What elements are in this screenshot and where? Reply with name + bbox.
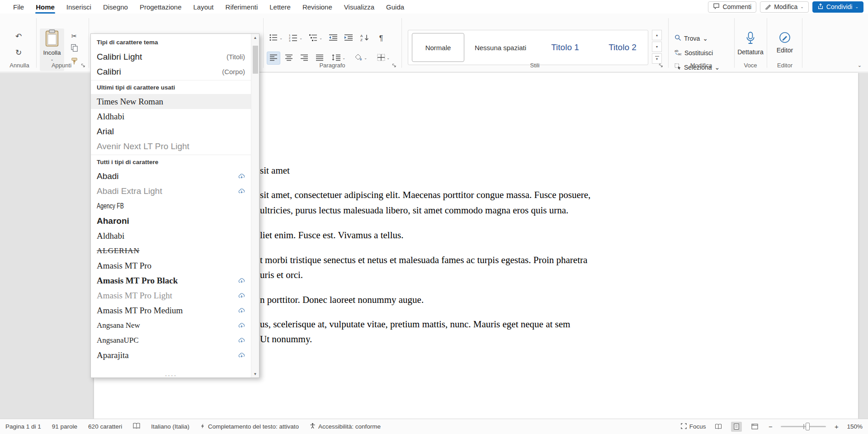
- document-text-line[interactable]: n porttitor. Donec laoreet nonummy augue…: [260, 294, 424, 306]
- accessibility-status[interactable]: Accessibilità: conforme: [310, 423, 381, 430]
- collapse-ribbon-button[interactable]: ⌄: [858, 62, 862, 68]
- share-button[interactable]: Condividi ⌄: [812, 1, 863, 13]
- read-mode-button[interactable]: [713, 422, 724, 432]
- text-predictions-status[interactable]: Completamento del testo: attivato: [200, 423, 299, 430]
- font-option-amasis-mt-pro[interactable]: Amasis MT Pro: [91, 258, 251, 273]
- multilevel-list-button[interactable]: ⌄: [307, 32, 325, 45]
- tab-lettere[interactable]: Lettere: [264, 0, 297, 14]
- zoom-slider-thumb[interactable]: [806, 423, 810, 430]
- font-option-abadi[interactable]: Abadi: [91, 169, 251, 184]
- tab-riferimenti[interactable]: Riferimenti: [220, 0, 264, 14]
- font-list: Tipi di carattere tema Calibri Light(Tit…: [91, 34, 251, 377]
- word-count[interactable]: 91 parole: [52, 423, 77, 430]
- font-option-arial[interactable]: Arial: [91, 124, 251, 139]
- paragraph-dialog-launcher[interactable]: [392, 62, 397, 68]
- cloud-download-icon: [238, 292, 245, 299]
- bullet-list-button[interactable]: ⌄: [267, 32, 285, 45]
- font-option-agency-fb[interactable]: Agency FB: [91, 198, 251, 213]
- print-layout-button[interactable]: [731, 422, 742, 432]
- scroll-up-icon[interactable]: ▲: [251, 34, 259, 41]
- font-option-aparajita[interactable]: Aparajita: [91, 348, 251, 363]
- zoom-level[interactable]: 150%: [847, 423, 863, 430]
- document-text-line[interactable]: liet enim. Fusce est. Vivamus a tellus.: [260, 230, 403, 241]
- tab-file[interactable]: File: [7, 0, 30, 14]
- undo-button[interactable]: ↶: [11, 30, 26, 43]
- font-tag: (Titoli): [226, 53, 245, 61]
- font-option-amasis-mt-pro-medium[interactable]: Amasis MT Pro Medium: [91, 303, 251, 318]
- scrollbar-thumb[interactable]: [253, 46, 258, 74]
- share-icon: [817, 3, 824, 11]
- language-button[interactable]: Italiano (Italia): [151, 423, 189, 430]
- increase-indent-button[interactable]: [342, 32, 355, 45]
- font-option-aldhabi[interactable]: Aldhabi: [91, 109, 251, 124]
- dictate-button[interactable]: Dettatura: [735, 32, 766, 56]
- font-list-scrollbar[interactable]: ▲ ▼: [251, 34, 259, 377]
- chevron-down-icon: ⌄: [800, 5, 804, 9]
- tab-disegno[interactable]: Disegno: [97, 0, 134, 14]
- document-text-line[interactable]: Ut nonummy.: [260, 334, 312, 345]
- tab-home[interactable]: Home: [30, 0, 61, 14]
- font-option-aldhabi-2[interactable]: Aldhabi: [91, 228, 251, 243]
- page-indicator[interactable]: Pagina 1 di 1: [5, 423, 41, 430]
- font-option-calibri[interactable]: Calibri(Corpo): [91, 64, 251, 79]
- word-window: File Home Inserisci Disegno Progettazion…: [0, 0, 868, 434]
- tab-revisione[interactable]: Revisione: [297, 0, 338, 14]
- chevron-down-icon: ⌄: [319, 36, 322, 40]
- font-option-angsanaupc[interactable]: AngsanaUPC: [91, 333, 251, 348]
- chevron-down-icon: ⌄: [50, 57, 54, 61]
- font-option-angsana-new[interactable]: Angsana New: [91, 318, 251, 333]
- font-option-avenir-next[interactable]: Avenir Next LT Pro Light: [91, 139, 251, 154]
- focus-icon: [681, 423, 687, 430]
- document-text-line[interactable]: t morbi tristique senectus et netus et m…: [260, 255, 587, 266]
- zoom-in-button[interactable]: +: [833, 423, 840, 430]
- style-titolo-2[interactable]: Titolo 2: [600, 33, 645, 62]
- editing-mode-button[interactable]: Modifica ⌄: [760, 1, 809, 13]
- font-option-calibri-light[interactable]: Calibri Light(Titoli): [91, 49, 251, 64]
- find-button[interactable]: Trova ⌄: [675, 33, 708, 44]
- font-option-abadi-extra-light[interactable]: Abadi Extra Light: [91, 184, 251, 198]
- show-formatting-button[interactable]: ¶: [374, 32, 388, 45]
- styles-dialog-launcher[interactable]: [658, 62, 664, 68]
- tab-progettazione[interactable]: Progettazione: [134, 0, 188, 14]
- styles-gallery-down-button[interactable]: ▾: [652, 42, 662, 52]
- tab-guida[interactable]: Guida: [380, 0, 410, 14]
- scroll-down-icon[interactable]: ▼: [251, 370, 259, 377]
- document-text-line[interactable]: uris et orci.: [260, 269, 303, 281]
- clipboard-dialog-launcher[interactable]: [80, 62, 86, 68]
- web-layout-button[interactable]: [749, 422, 760, 432]
- document-text-line[interactable]: sit amet, consectetuer adipiscing elit. …: [260, 189, 590, 201]
- font-option-aharoni[interactable]: Aharoni: [91, 213, 251, 228]
- font-option-amasis-mt-pro-light[interactable]: Amasis MT Pro Light: [91, 288, 251, 303]
- character-count[interactable]: 620 caratteri: [88, 423, 122, 430]
- cut-button[interactable]: ✂: [68, 30, 80, 42]
- zoom-out-button[interactable]: −: [767, 423, 774, 430]
- dropdown-resize-grip[interactable]: [91, 373, 251, 377]
- comments-button[interactable]: Commenti: [708, 1, 756, 13]
- tab-inserisci[interactable]: Inserisci: [61, 0, 97, 14]
- copy-button[interactable]: [68, 43, 80, 54]
- font-option-algerian[interactable]: ALGERIAN: [91, 243, 251, 258]
- editing-label: Modifica: [774, 3, 797, 10]
- zoom-slider[interactable]: [781, 426, 826, 427]
- font-option-amasis-mt-pro-black[interactable]: Amasis MT Pro Black: [91, 273, 251, 288]
- style-nessuna-spaziatura[interactable]: Nessuna spaziati: [470, 33, 531, 62]
- tab-visualizza[interactable]: Visualizza: [338, 0, 380, 14]
- style-normale[interactable]: Normale: [412, 33, 464, 62]
- numbered-list-button[interactable]: 123⌄: [287, 32, 305, 45]
- undo-icon: ↶: [15, 33, 22, 40]
- redo-button[interactable]: ↻: [11, 46, 26, 59]
- document-text-line[interactable]: us, scelerisque at, vulputate vitae, pre…: [260, 319, 570, 330]
- decrease-indent-button[interactable]: [326, 32, 340, 45]
- sort-button[interactable]: AZ: [357, 32, 373, 45]
- tab-layout[interactable]: Layout: [188, 0, 220, 14]
- focus-button[interactable]: Focus: [681, 423, 706, 430]
- styles-gallery-up-button[interactable]: ▴: [652, 30, 662, 40]
- editor-button[interactable]: Editor: [769, 32, 801, 54]
- document-text-line[interactable]: sit amet: [260, 165, 290, 176]
- style-titolo-1[interactable]: Titolo 1: [538, 33, 593, 62]
- group-separator: [734, 18, 735, 68]
- font-option-times-new-roman[interactable]: Times New Roman: [91, 94, 251, 109]
- document-text-line[interactable]: ultricies, purus lectus malesuada libero…: [260, 205, 568, 216]
- proofing-status-button[interactable]: [133, 423, 140, 430]
- replace-button[interactable]: abac Sostituisci: [675, 47, 713, 59]
